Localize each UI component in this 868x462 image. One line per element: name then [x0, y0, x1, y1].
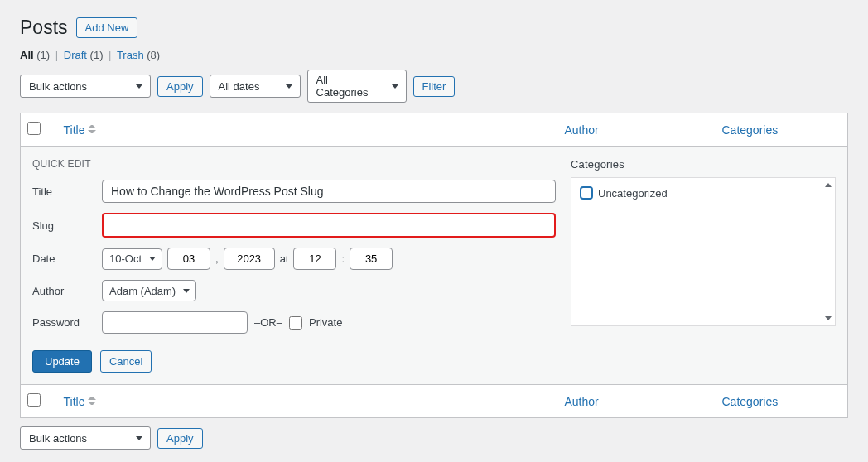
- column-title-bottom[interactable]: Title: [64, 395, 85, 408]
- sort-icon[interactable]: [88, 125, 96, 133]
- slug-label: Slug: [32, 219, 102, 232]
- quick-edit-heading: QUICK EDIT: [32, 158, 556, 170]
- month-select[interactable]: 10-Oct: [102, 248, 162, 270]
- or-label: –OR–: [254, 316, 282, 329]
- title-input[interactable]: [102, 180, 556, 203]
- password-input[interactable]: [102, 311, 248, 334]
- page-title: Posts: [20, 17, 68, 39]
- add-new-button[interactable]: Add New: [76, 17, 138, 38]
- time-sep: :: [341, 253, 345, 265]
- hour-input[interactable]: [293, 248, 336, 270]
- column-categories-bottom[interactable]: Categories: [716, 385, 848, 418]
- minute-input[interactable]: [350, 248, 393, 270]
- author-label: Author: [32, 285, 102, 297]
- date-label: Date: [32, 253, 102, 265]
- bulk-actions-select[interactable]: Bulk actions: [20, 75, 151, 98]
- slug-input[interactable]: [102, 213, 556, 238]
- column-author-bottom[interactable]: Author: [558, 385, 716, 418]
- select-all-checkbox[interactable]: [27, 122, 41, 135]
- update-button[interactable]: Update: [32, 350, 92, 373]
- filter-button[interactable]: Filter: [413, 76, 456, 97]
- select-all-checkbox-bottom[interactable]: [27, 393, 41, 407]
- dates-filter-select[interactable]: All dates: [210, 75, 301, 98]
- categories-filter-select[interactable]: All Categories: [307, 70, 407, 103]
- view-trash-count: (8): [147, 49, 160, 61]
- view-draft-link[interactable]: Draft: [64, 49, 87, 61]
- view-draft-count: (1): [90, 49, 104, 61]
- cancel-button[interactable]: Cancel: [100, 350, 152, 373]
- title-label: Title: [32, 185, 102, 198]
- chevron-down-icon: [825, 316, 832, 320]
- view-links: All (1) | Draft (1) | Trash (8): [20, 49, 848, 61]
- apply-bulk-button-bottom[interactable]: Apply: [157, 428, 203, 449]
- comma: ,: [215, 253, 219, 265]
- view-all-link[interactable]: All: [20, 49, 34, 61]
- column-categories[interactable]: Categories: [716, 113, 848, 147]
- column-title[interactable]: Title: [64, 123, 85, 137]
- bulk-actions-select-bottom[interactable]: Bulk actions: [20, 426, 151, 450]
- column-author[interactable]: Author: [558, 113, 716, 147]
- private-checkbox[interactable]: [289, 316, 302, 330]
- posts-table: Title Author Categories QUICK EDIT Title: [20, 113, 848, 418]
- apply-bulk-button[interactable]: Apply: [157, 76, 203, 97]
- categories-heading: Categories: [571, 158, 836, 171]
- category-label: Uncategorized: [598, 187, 668, 200]
- password-label: Password: [32, 316, 102, 329]
- category-item[interactable]: Uncategorized: [580, 186, 827, 200]
- day-input[interactable]: [167, 248, 210, 270]
- at-label: at: [280, 253, 289, 265]
- sort-icon[interactable]: [88, 397, 96, 405]
- view-trash-link[interactable]: Trash: [117, 49, 144, 61]
- view-all-count: (1): [36, 49, 50, 61]
- year-input[interactable]: [224, 248, 275, 270]
- author-select[interactable]: Adam (Adam): [102, 280, 196, 301]
- category-checkbox[interactable]: [580, 186, 593, 200]
- categories-panel[interactable]: Uncategorized: [571, 177, 836, 326]
- private-label: Private: [309, 316, 342, 329]
